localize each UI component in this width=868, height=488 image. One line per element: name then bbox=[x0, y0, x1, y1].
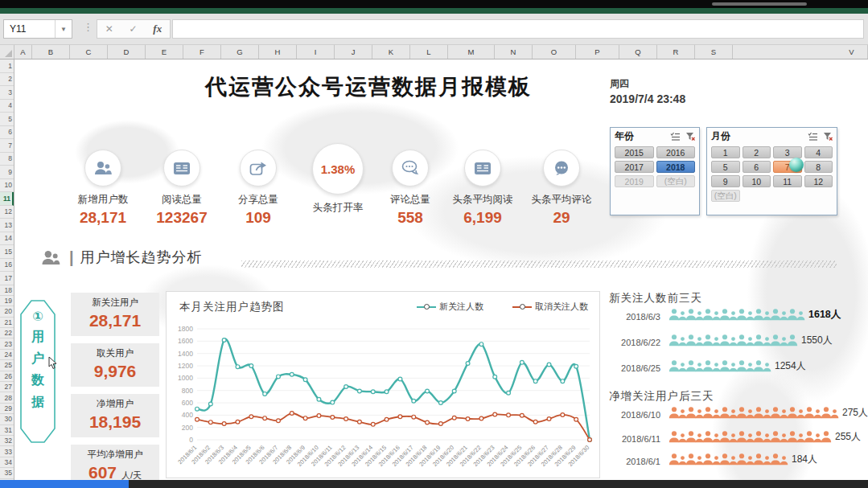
row-header-8[interactable]: 8 bbox=[0, 153, 14, 166]
multi-select-icon[interactable] bbox=[670, 132, 680, 141]
badge-char: 据 bbox=[31, 394, 44, 411]
row-header-12[interactable]: 12 bbox=[0, 206, 14, 219]
column-header-Q[interactable]: Q bbox=[619, 45, 657, 59]
column-header-K[interactable]: K bbox=[372, 45, 410, 59]
slicer-item-6[interactable]: 6 bbox=[743, 161, 771, 173]
column-header-O[interactable]: O bbox=[533, 45, 576, 59]
video-progress-fill bbox=[0, 480, 129, 488]
slicer-item-12[interactable]: 12 bbox=[804, 175, 833, 187]
column-header-P[interactable]: P bbox=[576, 45, 619, 59]
stat-unfollowers: 取关用户 9,976 bbox=[71, 343, 159, 387]
row-header-2[interactable]: 2 bbox=[0, 73, 14, 87]
slicer-item-2019: 2019 bbox=[615, 175, 654, 187]
worksheet: 代运营公众号运营数据月报模板 周四 2019/7/4 23:48 新增用户数 2… bbox=[14, 59, 868, 480]
column-header-I[interactable]: I bbox=[297, 45, 335, 59]
row-header-6[interactable]: 6 bbox=[0, 126, 14, 140]
panel-bottom-days-title: 净增关注用户后三天 bbox=[609, 389, 714, 404]
row-header-11[interactable]: 11 bbox=[0, 192, 14, 206]
row-header-1[interactable]: 1 bbox=[0, 59, 14, 73]
pictogram-row: 2018/6/10 275人 bbox=[609, 405, 868, 420]
column-header-L[interactable]: L bbox=[410, 45, 448, 59]
insert-function-icon[interactable]: fx bbox=[153, 23, 162, 35]
row-header-21[interactable]: 21 bbox=[0, 318, 14, 328]
column-header-F[interactable]: F bbox=[183, 45, 221, 59]
row-header-4[interactable]: 4 bbox=[0, 100, 14, 113]
kpi-value: 109 bbox=[220, 209, 297, 227]
row-header-15[interactable]: 15 bbox=[0, 245, 14, 259]
column-header-B[interactable]: B bbox=[32, 45, 70, 59]
select-all-corner[interactable] bbox=[0, 45, 14, 59]
column-header-M[interactable]: M bbox=[448, 45, 495, 59]
kpi-value: 6,199 bbox=[444, 209, 521, 227]
row-header-9[interactable]: 9 bbox=[0, 166, 14, 179]
column-header-H[interactable]: H bbox=[259, 45, 297, 59]
slicer-item-10[interactable]: 10 bbox=[743, 175, 771, 187]
row-header-10[interactable]: 10 bbox=[0, 179, 14, 193]
row-header-32[interactable]: 32 bbox=[0, 436, 14, 446]
formula-bar-input[interactable] bbox=[172, 19, 864, 39]
row-header-16[interactable]: 16 bbox=[0, 259, 14, 273]
video-progress-bar[interactable] bbox=[0, 480, 868, 488]
slicer-item-2018[interactable]: 2018 bbox=[656, 161, 696, 173]
row-header-30[interactable]: 30 bbox=[0, 414, 14, 424]
people-pictogram bbox=[668, 405, 837, 420]
kpi-label: 头条打开率 bbox=[294, 201, 382, 215]
slicer-item-2[interactable]: 2 bbox=[743, 146, 771, 158]
row-header-33[interactable]: 33 bbox=[0, 446, 14, 457]
clear-filter-icon[interactable] bbox=[823, 132, 833, 141]
row-header-19[interactable]: 19 bbox=[0, 296, 14, 306]
clear-filter-icon[interactable] bbox=[685, 132, 695, 141]
slicer-item-3[interactable]: 3 bbox=[773, 146, 802, 158]
cancel-icon[interactable]: ✕ bbox=[105, 23, 113, 35]
row-date: 2018/6/1 bbox=[609, 457, 660, 466]
row-header-20[interactable]: 20 bbox=[0, 306, 14, 317]
trend-chart-svg: 0200400600800100012001400160018002018/6/… bbox=[168, 313, 599, 478]
slicer-item-9[interactable]: 9 bbox=[711, 175, 740, 187]
slicer-item-11[interactable]: 11 bbox=[773, 175, 802, 187]
row-header-22[interactable]: 22 bbox=[0, 328, 14, 338]
column-header-A[interactable]: A bbox=[14, 45, 32, 59]
slicer-item-8[interactable]: 8 bbox=[804, 161, 833, 173]
row-header-24[interactable]: 24 bbox=[0, 350, 14, 360]
row-header-31[interactable]: 31 bbox=[0, 425, 14, 436]
row-header-17[interactable]: 17 bbox=[0, 272, 14, 285]
column-header-N[interactable]: N bbox=[495, 45, 533, 59]
row-header-35[interactable]: 35 bbox=[0, 468, 14, 478]
column-header-S[interactable]: S bbox=[695, 45, 733, 59]
slicer-item-5[interactable]: 5 bbox=[711, 161, 740, 173]
slicer-item-4[interactable]: 4 bbox=[804, 146, 833, 158]
enter-icon[interactable]: ✓ bbox=[130, 23, 138, 35]
row-header-18[interactable]: 18 bbox=[0, 285, 14, 296]
column-header-G[interactable]: G bbox=[221, 45, 259, 59]
row-header-29[interactable]: 29 bbox=[0, 404, 14, 414]
row-header-27[interactable]: 27 bbox=[0, 382, 14, 392]
row-header-14[interactable]: 14 bbox=[0, 232, 14, 246]
multi-select-icon[interactable] bbox=[808, 132, 817, 141]
column-header-C[interactable]: C bbox=[70, 45, 108, 59]
column-header-J[interactable]: J bbox=[335, 45, 372, 59]
column-header-D[interactable]: D bbox=[108, 45, 146, 59]
slicer-item-2017[interactable]: 2017 bbox=[615, 161, 654, 173]
row-header-13[interactable]: 13 bbox=[0, 219, 14, 232]
column-header-E[interactable]: E bbox=[146, 45, 183, 59]
row-header-34[interactable]: 34 bbox=[0, 457, 14, 468]
row-header-26[interactable]: 26 bbox=[0, 371, 14, 382]
slicer-month-items: 123456789101112(空白) bbox=[707, 144, 837, 204]
slicer-item-2015[interactable]: 2015 bbox=[615, 146, 654, 158]
slicer-item-2016[interactable]: 2016 bbox=[656, 146, 696, 158]
row-header-3[interactable]: 3 bbox=[0, 86, 14, 100]
svg-text:200: 200 bbox=[182, 424, 193, 432]
name-box-dropdown-icon[interactable]: ▼ bbox=[55, 20, 72, 38]
people-pictogram bbox=[668, 333, 796, 347]
column-header-V[interactable]: V bbox=[836, 45, 868, 59]
row-header-7[interactable]: 7 bbox=[0, 139, 14, 153]
svg-text:1800: 1800 bbox=[178, 325, 193, 333]
slicer-item-1[interactable]: 1 bbox=[711, 146, 740, 158]
name-box[interactable]: Y11▼ bbox=[3, 19, 72, 39]
column-header-R[interactable]: R bbox=[657, 45, 695, 59]
row-header-5[interactable]: 5 bbox=[0, 113, 14, 126]
row-header-25[interactable]: 25 bbox=[0, 360, 14, 371]
row-header-28[interactable]: 28 bbox=[0, 392, 14, 403]
svg-text:1600: 1600 bbox=[178, 337, 193, 345]
row-header-23[interactable]: 23 bbox=[0, 338, 14, 349]
